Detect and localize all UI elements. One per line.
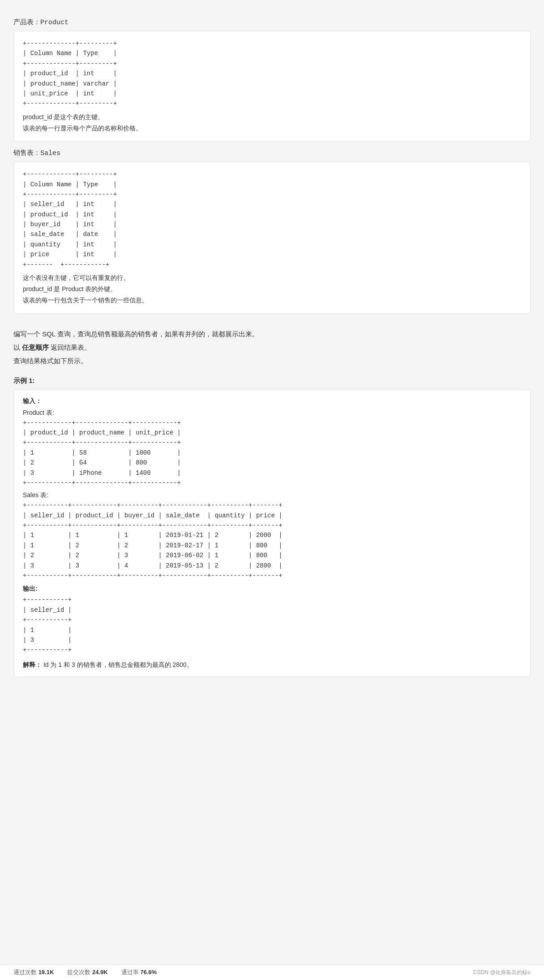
pass-count-value: 19.1K	[39, 969, 54, 976]
question-line2-suffix: 返回结果表。	[49, 344, 91, 351]
pass-count-label: 通过次数	[13, 969, 37, 976]
product-title-text: 产品表：	[13, 18, 40, 26]
sales-title-text: 销售表：	[13, 149, 40, 156]
sales-section-title: 销售表：Sales	[13, 149, 531, 157]
pass-rate-label: 通过率	[121, 969, 139, 976]
product-desc-line2: 该表的每一行显示每个产品的名称和价格。	[23, 123, 521, 134]
sales-desc-line2: product_id 是 Product 表的外键。	[23, 284, 521, 295]
product-desc: product_id 是这个表的主键。 该表的每一行显示每个产品的名称和价格。	[23, 112, 521, 134]
sales-schema: +-------------+---------+ | Column Name …	[23, 169, 521, 270]
page-container: 产品表：Product +-------------+---------+ | …	[0, 0, 544, 718]
product-table-name: Product	[40, 19, 69, 26]
sales-desc-line1: 这个表没有主键，它可以有重复的行。	[23, 272, 521, 284]
example-product-schema: +------------+--------------+-----------…	[23, 418, 521, 488]
example-title: 示例 1:	[13, 377, 531, 385]
submit-count-stat: 提交次数 24.9K	[67, 968, 107, 976]
product-table-label: Product 表:	[23, 409, 521, 417]
submit-count-label: 提交次数	[67, 969, 90, 976]
explanation: 解释： Id 为 1 和 3 的销售者，销售总金额都为最高的 2800。	[23, 660, 521, 670]
question-line3: 查询结果格式如下所示。	[13, 354, 531, 368]
pass-rate-value: 76.6%	[140, 969, 157, 976]
product-section-title: 产品表：Product	[13, 18, 531, 26]
example-sales-schema: +-----------+------------+----------+---…	[23, 500, 521, 580]
output-label: 输出:	[23, 585, 521, 593]
submit-count-value: 24.9K	[92, 969, 108, 976]
sales-table-name: Sales	[40, 150, 60, 157]
product-desc-line1: product_id 是这个表的主键。	[23, 112, 521, 123]
sales-desc: 这个表没有主键，它可以有重复的行。 product_id 是 Product 表…	[23, 272, 521, 306]
product-schema: +-------------+---------+ | Column Name …	[23, 39, 521, 109]
question-section: 编写一个 SQL 查询，查询总销售额最高的销售者，如果有并列的，就都展示出来。 …	[13, 327, 531, 368]
footer: 通过次数 19.1K 提交次数 24.9K 通过率 76.6% CSDN @化身…	[0, 964, 544, 980]
sales-schema-box: +-------------+---------+ | Column Name …	[13, 162, 531, 314]
input-label: 输入：	[23, 397, 521, 405]
explanation-bold: 解释：	[23, 661, 42, 668]
pass-rate-stat: 通过率 76.6%	[121, 968, 157, 976]
explanation-text: Id 为 1 和 3 的销售者，销售总金额都为最高的 2800。	[43, 661, 193, 668]
product-schema-box: +-------------+---------+ | Column Name …	[13, 31, 531, 142]
example-box: 输入： Product 表: +------------+-----------…	[13, 390, 531, 678]
question-line2-prefix: 以	[13, 344, 22, 351]
sales-desc-line3: 该表的每一行包含关于一个销售的一些信息。	[23, 295, 521, 306]
sales-table-label: Sales 表:	[23, 491, 521, 499]
question-line2-bold: 任意顺序	[22, 344, 49, 351]
example-output-schema: +-----------+ | seller_id | +-----------…	[23, 595, 521, 655]
pass-count-stat: 通过次数 19.1K	[13, 968, 54, 976]
footer-brand: CSDN @化身孤岛的鲸o	[473, 969, 531, 976]
question-line2: 以 任意顺序 返回结果表。	[13, 341, 531, 354]
question-line1: 编写一个 SQL 查询，查询总销售额最高的销售者，如果有并列的，就都展示出来。	[13, 327, 531, 341]
